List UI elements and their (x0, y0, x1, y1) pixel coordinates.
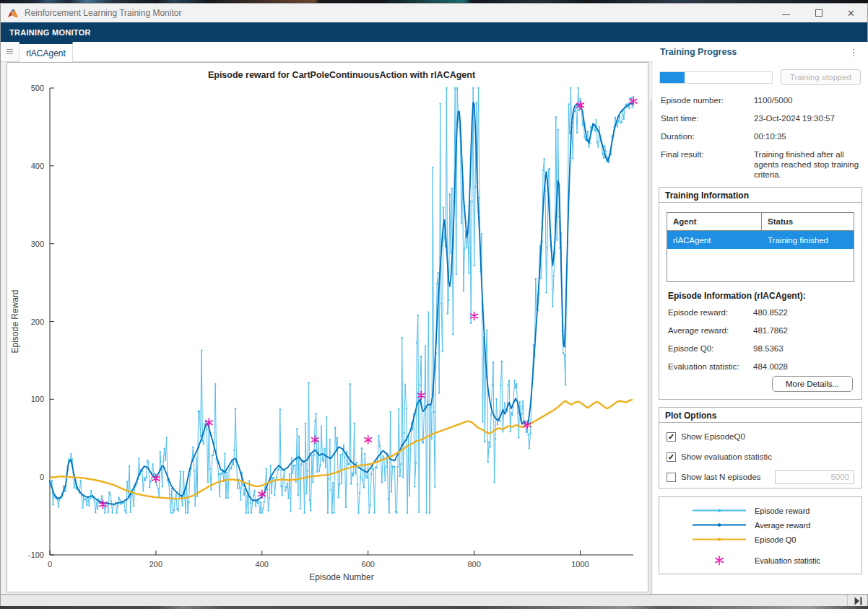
stat-row-episode-q0: Episode Q0: 98.5363 (668, 344, 853, 353)
svg-text:600: 600 (362, 560, 375, 569)
panel-divider[interactable] (651, 100, 651, 609)
close-button[interactable]: ✕ (835, 4, 867, 22)
legend-episode-q0-marker (691, 534, 747, 545)
chart-panel: -100010020030040050002004006008001000Epi… (6, 62, 648, 592)
legend-label: Evaluation statistic (755, 556, 820, 565)
maximize-icon (815, 9, 823, 17)
tab-bar: rlACAgent ⋮ Training Progress ⋮ (1, 42, 867, 62)
option-label: Show EpisodeQ0 (681, 432, 745, 441)
svg-text:200: 200 (149, 560, 162, 569)
plot-options-header: Plot Options (659, 408, 862, 423)
stat-value: 484.0028 (753, 362, 788, 371)
window-controls: ✕ (770, 4, 867, 22)
app-window: Reinforcement Learning Training Monitor … (0, 3, 868, 606)
legend-label: Episode reward (755, 507, 810, 515)
checkbox-show-episodeq0[interactable]: ✓ (667, 432, 676, 442)
training-information-section: Training Information Agent Status rlACAg… (659, 187, 862, 400)
stat-label: Average reward: (668, 326, 753, 335)
option-label: Show last N episodes (681, 473, 761, 481)
stat-label: Episode Q0: (668, 344, 753, 353)
stat-label: Episode reward: (668, 308, 753, 317)
plot-options-section: Plot Options ✓ Show EpisodeQ0 ✓ Show eva… (659, 407, 862, 488)
minimize-icon (782, 14, 790, 15)
tab-label: rlACAgent (26, 48, 66, 58)
titlebar: Reinforcement Learning Training Monitor … (1, 4, 867, 22)
detail-value: 00:10:35 (754, 131, 861, 141)
cell-agent: rlACAgent (667, 236, 761, 245)
svg-text:100: 100 (31, 395, 44, 403)
legend-item-episode-q0: Episode Q0 (691, 534, 862, 545)
agent-status-table: Agent Status rlACAgent Training finished (667, 212, 854, 282)
svg-text:300: 300 (31, 240, 44, 248)
legend-label: Episode Q0 (755, 535, 796, 544)
training-progress-title: Training Progress (660, 47, 737, 57)
matlab-logo-icon (7, 8, 19, 19)
stat-value: 480.8522 (753, 308, 788, 317)
detail-row-start-time: Start time: 23-Oct-2024 19:30:57 (661, 113, 861, 123)
svg-text:1000: 1000 (571, 560, 589, 569)
more-details-button[interactable]: More Details... (772, 376, 853, 392)
svg-text:Episode Reward: Episode Reward (10, 289, 20, 353)
cell-status: Training finished (761, 231, 854, 249)
window-title: Reinforcement Learning Training Monitor (25, 8, 770, 18)
minimize-button[interactable] (770, 4, 802, 22)
background-window-sliver-bottom (0, 606, 868, 609)
close-icon: ✕ (847, 9, 855, 18)
training-stopped-button[interactable]: Training stopped (781, 69, 861, 85)
column-header-agent: Agent (667, 217, 761, 226)
stat-row-evaluation-statistic: Evaluation statistic: 484.0028 (668, 362, 853, 371)
training-progress-menu-icon[interactable]: ⋮ (845, 43, 862, 62)
stat-label: Evaluation statistic: (668, 362, 753, 371)
legend-episode-reward-marker (691, 505, 747, 516)
svg-text:-100: -100 (28, 551, 44, 559)
option-show-last-n-episodes[interactable]: ✓ Show last N episodes (667, 470, 854, 483)
chart-legend: Episode reward Average reward Episode Q0… (659, 496, 862, 574)
column-header-status: Status (761, 213, 854, 230)
detail-value: 23-Oct-2024 19:30:57 (754, 113, 861, 123)
detail-row-duration: Duration: 00:10:35 (661, 131, 861, 141)
legend-evaluation-statistic-marker (691, 555, 747, 566)
panel-grip-icon[interactable] (1, 42, 19, 61)
svg-text:Episode reward for CartPoleCon: Episode reward for CartPoleContinuousAct… (208, 70, 476, 80)
checkbox-show-evaluation-statistic[interactable]: ✓ (667, 452, 676, 462)
legend-item-average-reward: Average reward (691, 520, 862, 530)
legend-average-reward-marker (691, 520, 747, 530)
stat-row-episode-reward: Episode reward: 480.8522 (668, 308, 853, 317)
tab-rlacagent[interactable]: rlACAgent (19, 42, 73, 62)
svg-text:800: 800 (467, 560, 480, 569)
training-progress-panel: Training stopped Episode number: 1100/50… (653, 62, 868, 594)
stat-value: 98.5363 (753, 344, 784, 353)
skip-to-end-icon[interactable] (854, 597, 864, 605)
svg-text:400: 400 (31, 162, 44, 170)
detail-label: Duration: (661, 131, 754, 141)
legend-label: Average reward (755, 521, 810, 530)
stat-value: 481.7862 (753, 326, 788, 335)
training-details: Episode number: 1100/5000 Start time: 23… (661, 95, 861, 180)
detail-label: Final result: (661, 149, 754, 180)
training-progress-header: Training Progress ⋮ (653, 42, 868, 62)
svg-text:0: 0 (40, 473, 44, 481)
svg-text:500: 500 (31, 84, 44, 92)
checkbox-show-last-n-episodes[interactable]: ✓ (667, 473, 676, 482)
detail-row-episode-number: Episode number: 1100/5000 (661, 95, 861, 105)
status-bar-divider (847, 595, 848, 607)
maximize-button[interactable] (802, 4, 835, 22)
option-show-evaluation-statistic[interactable]: ✓ Show evaluation statistic (667, 450, 854, 463)
training-progress-bar (659, 71, 773, 84)
svg-text:Episode Number: Episode Number (309, 572, 373, 582)
table-row[interactable]: rlACAgent Training finished (667, 231, 854, 249)
table-header-row: Agent Status (667, 213, 854, 231)
option-show-episodeq0[interactable]: ✓ Show EpisodeQ0 (667, 430, 854, 443)
episode-reward-chart: -100010020030040050002004006008001000Epi… (7, 63, 648, 592)
option-label: Show evaluation statistic (681, 452, 772, 461)
toolstrip-tab-label[interactable]: TRAINING MONITOR (9, 28, 91, 37)
training-progress-fill (660, 72, 685, 83)
main-area: -100010020030040050002004006008001000Epi… (1, 62, 867, 594)
episode-information-header: Episode Information (rlACAgent): (668, 291, 853, 301)
last-n-episodes-input[interactable] (775, 470, 854, 484)
detail-value: Training finished after all agents reach… (754, 149, 861, 180)
svg-text:0: 0 (48, 560, 52, 569)
legend-item-evaluation-statistic: Evaluation statistic (691, 555, 862, 566)
svg-text:200: 200 (31, 317, 44, 326)
training-information-header: Training Information (659, 188, 862, 203)
